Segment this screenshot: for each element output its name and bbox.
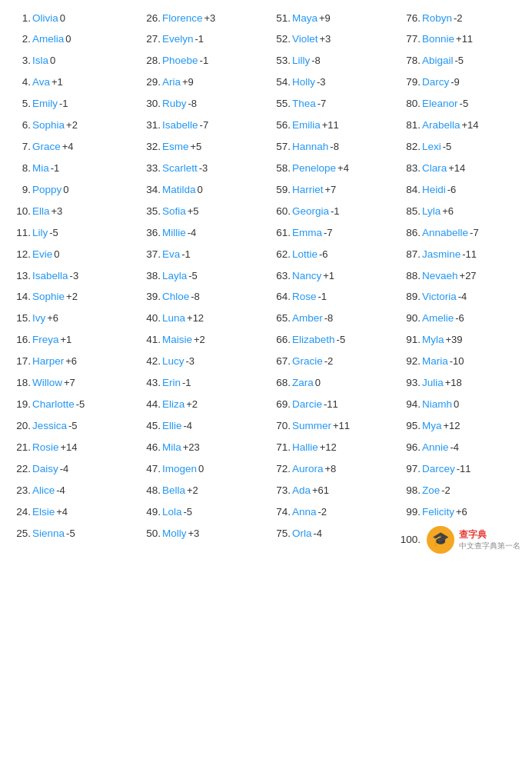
item-number: 5. [9, 96, 31, 112]
item-name: Jessica [32, 418, 67, 434]
item-number: 60. [269, 204, 291, 220]
item-name: Violet [292, 32, 318, 48]
item-change: -4 [314, 526, 323, 541]
item-name: Darcie [292, 397, 322, 413]
list-item: 92.Maria -10 [396, 351, 526, 373]
item-name: Esme [162, 139, 189, 155]
item-number: 25. [9, 526, 31, 542]
item-name: Thea [292, 96, 316, 112]
item-name: Mya [422, 418, 442, 434]
item-change: 0 [65, 32, 71, 47]
list-item: 96.Annie -4 [396, 437, 526, 458]
item-number: 34. [139, 182, 161, 198]
list-item: 99.Felicity +6 [396, 501, 526, 523]
list-item: 52.Violet +3 [266, 29, 396, 51]
item-name: Maya [292, 11, 318, 27]
item-change: 0 [198, 461, 204, 477]
item-name: Lottie [292, 247, 318, 263]
item-number: 16. [9, 332, 31, 348]
item-name: Grace [32, 139, 61, 155]
item-number: 24. [9, 504, 31, 521]
item-name: Isabelle [162, 118, 198, 134]
item-name: Heidi [422, 182, 446, 198]
list-item: 23.Alice -4 [6, 480, 136, 501]
list-item: 75.Orla -4 [266, 523, 396, 544]
item-change: -11 [457, 461, 471, 477]
list-item: 9.Poppy 0 [6, 179, 136, 201]
list-item: 51.Maya +9 [266, 8, 396, 29]
item-name: Emma [292, 225, 322, 241]
list-item: 15.Ivy +6 [6, 308, 136, 330]
item-change: +39 [446, 332, 463, 348]
item-name: Orla [292, 526, 312, 542]
item-change: +7 [325, 182, 337, 198]
item-number: 9. [9, 182, 31, 198]
item-number: 87. [399, 247, 421, 263]
item-number: 83. [399, 161, 421, 177]
list-item: 42.Lucy -3 [136, 351, 266, 373]
item-name: Willow [32, 375, 62, 391]
item-number: 38. [139, 268, 161, 285]
item-name: Molly [162, 526, 187, 542]
item-name: Freya [32, 332, 59, 348]
list-item: 77.Bonnie +11 [396, 29, 526, 51]
list-item: 28.Phoebe -1 [136, 51, 266, 72]
item-name: Arabella [422, 118, 461, 134]
item-name: Bonnie [422, 32, 454, 48]
list-item: 57.Hannah -8 [266, 137, 396, 158]
item-change: +12 [444, 418, 461, 434]
item-number: 82. [399, 139, 421, 155]
item-number: 54. [269, 75, 291, 91]
item-change: -4 [451, 440, 460, 455]
item-change: -6 [319, 247, 328, 262]
item-change: 0 [63, 182, 68, 198]
item-name: Robyn [422, 11, 452, 27]
item-change: +2 [66, 118, 78, 133]
item-change: +1 [61, 332, 72, 348]
item-number: 92. [399, 354, 421, 370]
item-number: 62. [269, 247, 291, 263]
item-name: Holly [292, 75, 315, 91]
item-number: 19. [9, 397, 31, 413]
item-change: +14 [61, 440, 78, 455]
item-change: +9 [319, 11, 331, 26]
item-change: +6 [442, 204, 454, 219]
item-number: 77. [399, 32, 421, 48]
list-item: 11.Lily -5 [6, 222, 136, 244]
item-name: Amber [292, 311, 323, 327]
item-name: Rosie [32, 440, 59, 456]
item-number: 72. [269, 461, 291, 478]
item-change: +11 [333, 418, 350, 434]
list-item: 85.Lyla +6 [396, 201, 526, 222]
item-name: Harper [32, 354, 64, 370]
list-item: 78.Abigail -5 [396, 51, 526, 72]
list-item: 16.Freya +1 [6, 330, 136, 351]
list-item: 38.Layla -5 [136, 265, 266, 287]
item-number: 86. [399, 225, 421, 241]
list-item: 97.Darcey -11 [396, 458, 526, 480]
item-name: Emily [32, 96, 58, 112]
item-name: Nevaeh [422, 268, 458, 285]
item-number: 64. [269, 289, 291, 305]
item-name: Anna [292, 504, 317, 521]
list-item: 1.Olivia 0 [6, 8, 136, 29]
item-change: -7 [324, 225, 333, 241]
item-change: -1 [318, 289, 328, 305]
list-item: 95.Mya +12 [396, 416, 526, 438]
item-number: 35. [139, 204, 161, 220]
list-item: 72.Aurora +8 [266, 458, 396, 480]
item-number: 47. [139, 461, 161, 478]
item-number: 26. [139, 11, 161, 27]
item-change: +23 [183, 440, 200, 455]
item-number: 11. [9, 225, 31, 241]
item-number: 94. [399, 397, 421, 413]
item-change: -8 [188, 96, 198, 112]
item-change: -8 [191, 289, 200, 305]
list-item: 94.Niamh 0 [396, 394, 526, 416]
item-change: -2 [454, 11, 463, 26]
list-item: 79.Darcy -9 [396, 72, 526, 94]
item-change: +3 [320, 32, 331, 47]
list-item: 46.Mila +23 [136, 437, 266, 458]
list-item: 37.Eva -1 [136, 244, 266, 265]
list-item: 80.Eleanor -5 [396, 94, 526, 115]
